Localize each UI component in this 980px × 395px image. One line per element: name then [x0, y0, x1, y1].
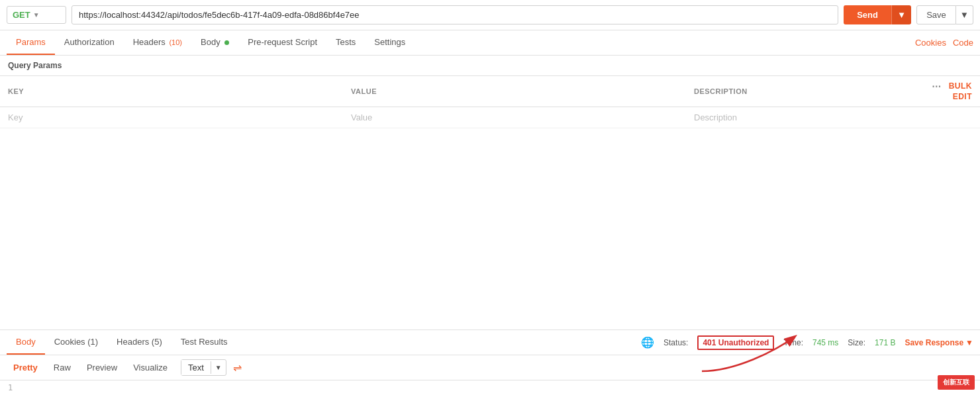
- text-format-selector[interactable]: Text ▼: [181, 359, 226, 376]
- method-chevron-icon: ▼: [33, 11, 40, 19]
- save-dropdown-button[interactable]: ▼: [956, 5, 973, 24]
- request-tabs-bar: Params Authorization Headers (10) Body P…: [0, 30, 980, 56]
- text-format-chevron-icon[interactable]: ▼: [211, 361, 226, 374]
- table-row: Key Value Description: [0, 107, 980, 128]
- body-tab-pretty[interactable]: Pretty: [7, 359, 44, 376]
- send-button[interactable]: Send: [844, 5, 891, 24]
- response-tab-test-results[interactable]: Test Results: [172, 330, 237, 355]
- save-response-button[interactable]: Save Response ▼: [905, 338, 973, 347]
- method-selector[interactable]: GET ▼: [7, 6, 66, 24]
- size-value: 171 B: [875, 338, 895, 347]
- body-tab-visualize[interactable]: Visualize: [126, 359, 174, 376]
- tab-tests[interactable]: Tests: [326, 30, 365, 55]
- headers-badge: (10): [169, 38, 182, 46]
- bulk-edit-link[interactable]: Bulk Edit: [949, 81, 972, 101]
- params-area: Query Params KEY VALUE DESCRIPTION ⋯ Bul…: [0, 56, 980, 329]
- tab-headers[interactable]: Headers (10): [124, 30, 191, 55]
- tabs-right-links: Cookies Code: [915, 38, 973, 48]
- line-number: 1: [0, 380, 980, 395]
- send-dropdown-button[interactable]: ▼: [891, 5, 911, 24]
- tab-settings[interactable]: Settings: [365, 30, 415, 55]
- key-cell[interactable]: Key: [0, 107, 343, 128]
- tab-authorization[interactable]: Authorization: [55, 30, 124, 55]
- body-format-bar: Pretty Raw Preview Visualize Text ▼ ⇌: [0, 355, 980, 380]
- params-table: KEY VALUE DESCRIPTION ⋯ Bulk Edit Key Va…: [0, 76, 980, 128]
- response-tab-cookies[interactable]: Cookies (1): [45, 330, 107, 355]
- watermark: 创新互联: [938, 375, 975, 390]
- col-actions: ⋯ Bulk Edit: [914, 76, 980, 107]
- time-value: 745 ms: [812, 338, 838, 347]
- globe-icon: 🌐: [641, 336, 654, 349]
- tab-body[interactable]: Body: [191, 30, 238, 55]
- method-label: GET: [13, 10, 30, 20]
- response-tabs-bar: Body Cookies (1) Headers (5) Test Result…: [0, 330, 980, 355]
- response-section: Body Cookies (1) Headers (5) Test Result…: [0, 329, 980, 395]
- col-description: DESCRIPTION: [686, 76, 914, 107]
- body-active-dot: [224, 40, 229, 45]
- save-button-group: Save ▼: [916, 5, 973, 24]
- url-input[interactable]: [72, 5, 838, 24]
- code-link[interactable]: Code: [953, 38, 973, 48]
- query-params-label: Query Params: [0, 56, 980, 76]
- col-value: VALUE: [343, 76, 686, 107]
- save-response-chevron-icon: ▼: [965, 338, 973, 347]
- cookies-link[interactable]: Cookies: [915, 38, 946, 48]
- body-tab-raw[interactable]: Raw: [47, 359, 77, 376]
- save-button[interactable]: Save: [916, 5, 956, 24]
- send-button-group: Send ▼: [844, 5, 911, 24]
- top-bar: GET ▼ Send ▼ Save ▼: [0, 0, 980, 30]
- status-label: Status:: [663, 338, 688, 347]
- arrow-annotation: [695, 331, 801, 378]
- col-key: KEY: [0, 76, 343, 107]
- tab-params[interactable]: Params: [7, 30, 55, 55]
- text-format-label[interactable]: Text: [181, 360, 211, 375]
- actions-cell: [914, 107, 980, 128]
- response-tab-body[interactable]: Body: [7, 330, 45, 355]
- tab-pre-request[interactable]: Pre-request Script: [238, 30, 326, 55]
- more-options-icon[interactable]: ⋯: [932, 81, 942, 92]
- value-cell[interactable]: Value: [343, 107, 686, 128]
- size-label: Size:: [848, 338, 865, 347]
- body-tab-preview[interactable]: Preview: [80, 359, 124, 376]
- response-meta: 🌐 Status: 401 Unauthorized Time: 745 ms …: [641, 335, 973, 350]
- wrap-icon-button[interactable]: ⇌: [233, 361, 242, 374]
- description-cell[interactable]: Description: [686, 107, 914, 128]
- response-tab-headers[interactable]: Headers (5): [107, 330, 172, 355]
